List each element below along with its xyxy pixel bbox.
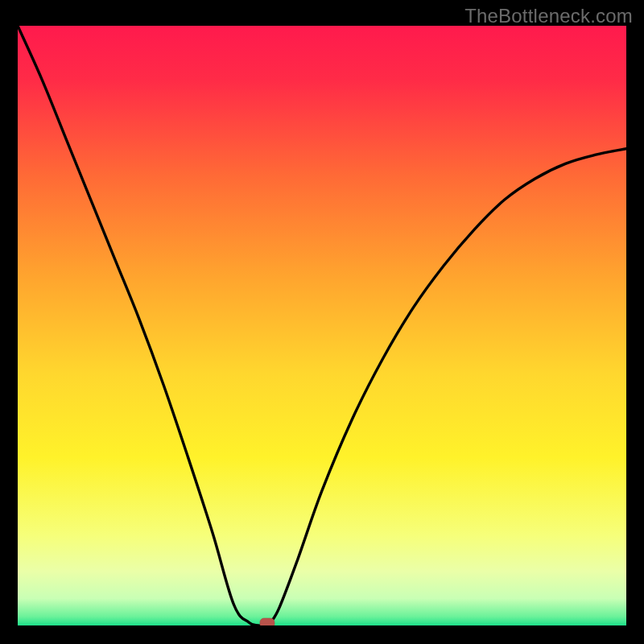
optimal-point-marker (260, 618, 275, 625)
watermark-text: TheBottleneck.com (464, 5, 633, 27)
plot-area (18, 26, 626, 625)
chart-frame: TheBottleneck.com (0, 0, 644, 644)
bottleneck-chart (18, 26, 626, 625)
gradient-background (18, 26, 626, 625)
